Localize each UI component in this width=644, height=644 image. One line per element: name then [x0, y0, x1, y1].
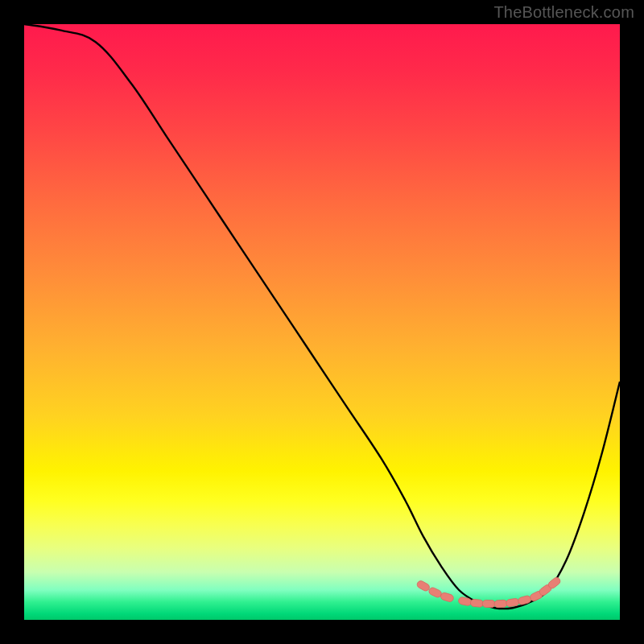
optimal-marker: [440, 592, 454, 602]
optimal-range-markers: [416, 576, 562, 608]
curve-layer: [24, 24, 620, 620]
optimal-marker: [494, 600, 507, 608]
optimal-marker: [482, 600, 495, 607]
plot-area: [24, 24, 620, 620]
optimal-marker: [427, 586, 442, 598]
optimal-marker: [416, 580, 431, 592]
bottleneck-curve: [24, 24, 620, 609]
chart-container: TheBottleneck.com: [0, 0, 644, 644]
optimal-marker: [470, 599, 484, 608]
optimal-marker: [518, 595, 532, 605]
attribution-label: TheBottleneck.com: [493, 3, 634, 22]
optimal-marker: [506, 598, 519, 607]
